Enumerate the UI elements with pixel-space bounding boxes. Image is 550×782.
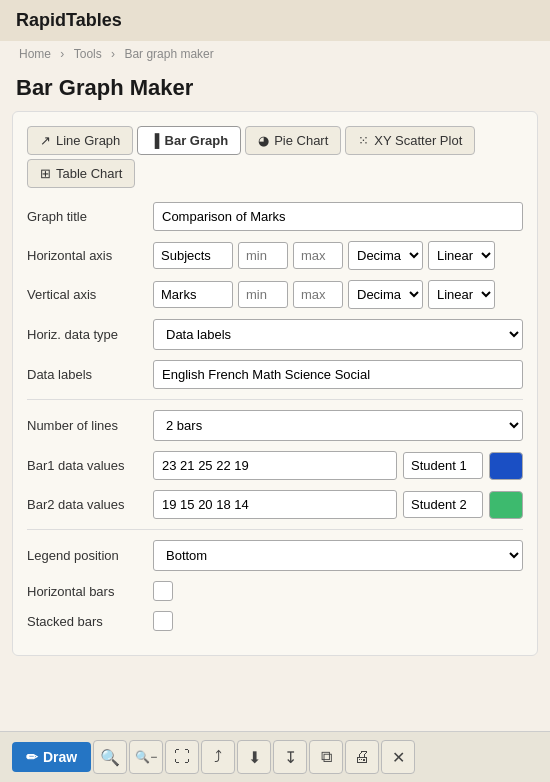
breadcrumb-home[interactable]: Home <box>19 47 51 61</box>
download-csv-button[interactable]: ↧ <box>273 740 307 774</box>
bar1-color-swatch[interactable] <box>489 452 523 480</box>
horizontal-axis-decimal-select[interactable]: Decima <box>348 241 423 270</box>
tab-line-graph-label: Line Graph <box>56 133 120 148</box>
bar1-values-input[interactable] <box>153 451 397 480</box>
horiz-data-type-label: Horiz. data type <box>27 327 147 342</box>
stacked-bars-checkbox[interactable] <box>153 611 173 631</box>
bar1-legend-input[interactable] <box>403 452 483 479</box>
graph-title-row: Graph title <box>27 202 523 231</box>
draw-label: Draw <box>43 749 77 765</box>
copy-button[interactable]: ⧉ <box>309 740 343 774</box>
vertical-axis-label: Vertical axis <box>27 287 147 302</box>
vertical-axis-controls: Decima Linear <box>153 280 523 309</box>
tab-table-chart[interactable]: ⊞ Table Chart <box>27 159 135 188</box>
tab-bar-graph-label: Bar Graph <box>165 133 229 148</box>
vertical-axis-scale-select[interactable]: Linear <box>428 280 495 309</box>
bar1-label: Bar1 data values <box>27 458 147 473</box>
scatter-plot-icon: ⁙ <box>358 133 369 148</box>
copy-icon: ⧉ <box>321 748 332 766</box>
print-button[interactable]: 🖨 <box>345 740 379 774</box>
fullscreen-button[interactable]: ⛶ <box>165 740 199 774</box>
data-labels-label: Data labels <box>27 367 147 382</box>
vertical-axis-max-input[interactable] <box>293 281 343 308</box>
graph-title-label: Graph title <box>27 209 147 224</box>
close-button[interactable]: ✕ <box>381 740 415 774</box>
horizontal-axis-row: Horizontal axis Decima Linear <box>27 241 523 270</box>
main-card: ↗ Line Graph ▐ Bar Graph ◕ Pie Chart ⁙ X… <box>12 111 538 656</box>
tab-scatter-plot-label: XY Scatter Plot <box>374 133 462 148</box>
pencil-icon: ✏ <box>26 749 38 765</box>
share-button[interactable]: ⤴ <box>201 740 235 774</box>
horizontal-axis-max-input[interactable] <box>293 242 343 269</box>
horizontal-axis-label: Horizontal axis <box>27 248 147 263</box>
line-graph-icon: ↗ <box>40 133 51 148</box>
zoom-in-icon: 🔍 <box>100 748 120 767</box>
page-title: Bar Graph Maker <box>0 67 550 111</box>
bar2-color-swatch[interactable] <box>489 491 523 519</box>
number-of-lines-label: Number of lines <box>27 418 147 433</box>
close-icon: ✕ <box>392 748 405 767</box>
horiz-data-type-row: Horiz. data type Data labels <box>27 319 523 350</box>
number-of-lines-select[interactable]: 2 bars <box>153 410 523 441</box>
number-of-lines-row: Number of lines 2 bars <box>27 410 523 441</box>
download-png-icon: ⬇ <box>248 748 261 767</box>
horizontal-axis-name-input[interactable] <box>153 242 233 269</box>
breadcrumb: Home › Tools › Bar graph maker <box>0 41 550 67</box>
zoom-in-button[interactable]: 🔍 <box>93 740 127 774</box>
vertical-axis-row: Vertical axis Decima Linear <box>27 280 523 309</box>
download-csv-icon: ↧ <box>284 748 297 767</box>
breadcrumb-sep2: › <box>111 47 115 61</box>
tabs-row: ↗ Line Graph ▐ Bar Graph ◕ Pie Chart ⁙ X… <box>27 126 523 188</box>
horizontal-axis-controls: Decima Linear <box>153 241 523 270</box>
data-labels-input[interactable] <box>153 360 523 389</box>
legend-position-label: Legend position <box>27 548 147 563</box>
draw-button[interactable]: ✏ Draw <box>12 742 91 772</box>
tab-line-graph[interactable]: ↗ Line Graph <box>27 126 133 155</box>
horizontal-bars-label: Horizontal bars <box>27 584 147 599</box>
horiz-data-type-select[interactable]: Data labels <box>153 319 523 350</box>
legend-position-row: Legend position Bottom <box>27 540 523 571</box>
horizontal-axis-scale-select[interactable]: Linear <box>428 241 495 270</box>
legend-position-select[interactable]: Bottom <box>153 540 523 571</box>
tab-bar-graph[interactable]: ▐ Bar Graph <box>137 126 241 155</box>
divider2 <box>27 529 523 530</box>
data-labels-row: Data labels <box>27 360 523 389</box>
fullscreen-icon: ⛶ <box>174 748 190 766</box>
bar-graph-icon: ▐ <box>150 133 159 148</box>
bar1-data-row: Bar1 data values <box>27 451 523 480</box>
app-title: RapidTables <box>0 0 550 41</box>
breadcrumb-tools[interactable]: Tools <box>74 47 102 61</box>
vertical-axis-min-input[interactable] <box>238 281 288 308</box>
vertical-axis-decimal-select[interactable]: Decima <box>348 280 423 309</box>
zoom-out-icon: 🔍− <box>135 750 157 764</box>
download-png-button[interactable]: ⬇ <box>237 740 271 774</box>
graph-title-input[interactable] <box>153 202 523 231</box>
tab-pie-chart-label: Pie Chart <box>274 133 328 148</box>
bar2-label: Bar2 data values <box>27 497 147 512</box>
stacked-bars-row: Stacked bars <box>27 611 523 631</box>
tab-pie-chart[interactable]: ◕ Pie Chart <box>245 126 341 155</box>
bottom-toolbar: ✏ Draw 🔍 🔍− ⛶ ⤴ ⬇ ↧ ⧉ 🖨 ✕ <box>0 731 550 782</box>
bar2-values-input[interactable] <box>153 490 397 519</box>
horizontal-bars-checkbox[interactable] <box>153 581 173 601</box>
bar2-data-row: Bar2 data values <box>27 490 523 519</box>
table-chart-icon: ⊞ <box>40 166 51 181</box>
zoom-out-button[interactable]: 🔍− <box>129 740 163 774</box>
tab-scatter-plot[interactable]: ⁙ XY Scatter Plot <box>345 126 475 155</box>
print-icon: 🖨 <box>354 748 370 766</box>
pie-chart-icon: ◕ <box>258 133 269 148</box>
bar2-legend-input[interactable] <box>403 491 483 518</box>
share-icon: ⤴ <box>214 748 222 766</box>
horizontal-bars-row: Horizontal bars <box>27 581 523 601</box>
stacked-bars-label: Stacked bars <box>27 614 147 629</box>
breadcrumb-sep1: › <box>60 47 64 61</box>
horizontal-axis-min-input[interactable] <box>238 242 288 269</box>
tab-table-chart-label: Table Chart <box>56 166 122 181</box>
divider1 <box>27 399 523 400</box>
vertical-axis-name-input[interactable] <box>153 281 233 308</box>
breadcrumb-current: Bar graph maker <box>124 47 213 61</box>
